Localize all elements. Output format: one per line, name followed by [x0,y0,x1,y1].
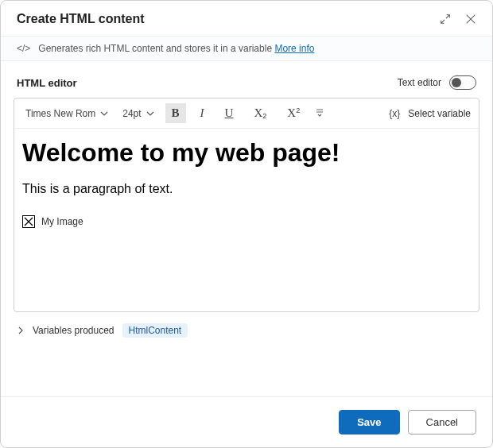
font-size-value: 24pt [122,108,141,119]
info-banner: </> Generates rich HTML content and stor… [1,36,492,61]
variables-produced-label[interactable]: Variables produced [33,325,115,336]
banner-text: Generates rich HTML content and stores i… [38,43,272,54]
editor-canvas[interactable]: Welcome to my web page! This is a paragr… [14,129,479,311]
toolbar-more-button[interactable] [314,106,325,120]
cancel-button[interactable]: Cancel [408,410,476,434]
dialog-title: Create HTML content [17,12,440,26]
editor-header-label: HTML editor [17,77,398,89]
close-icon[interactable] [465,14,476,25]
broken-image-icon [22,215,35,228]
chevron-down-icon [146,110,154,118]
chevron-down-icon [100,110,108,118]
chevron-right-icon[interactable] [17,326,25,334]
font-family-value: Times New Rom [25,108,95,119]
editor-box: Times New Rom 24pt B I U X2 X2 {x} Selec… [14,98,479,312]
content-paragraph: This is a paragraph of text. [22,182,471,196]
text-editor-label: Text editor [398,77,441,88]
expand-icon[interactable] [440,14,451,25]
image-placeholder[interactable]: My Image [22,215,471,228]
font-size-dropdown[interactable]: 24pt [119,106,157,121]
font-family-dropdown[interactable]: Times New Rom [22,106,111,121]
code-icon: </> [17,43,30,54]
editor-toolbar: Times New Rom 24pt B I U X2 X2 {x} Selec… [14,98,479,129]
variable-tag[interactable]: HtmlContent [122,323,188,338]
save-button[interactable]: Save [339,410,399,434]
text-editor-toggle[interactable] [449,75,476,90]
subscript-button[interactable]: X2 [247,103,273,123]
image-alt-text: My Image [41,216,83,227]
underline-button[interactable]: U [219,103,240,123]
select-variable-button[interactable]: Select variable [408,108,471,119]
more-info-link[interactable]: More info [274,43,314,54]
superscript-button[interactable]: X2 [281,103,306,123]
variable-icon[interactable]: {x} [389,108,400,119]
bold-button[interactable]: B [165,103,186,123]
italic-button[interactable]: I [194,103,211,123]
content-heading: Welcome to my web page! [22,138,471,168]
